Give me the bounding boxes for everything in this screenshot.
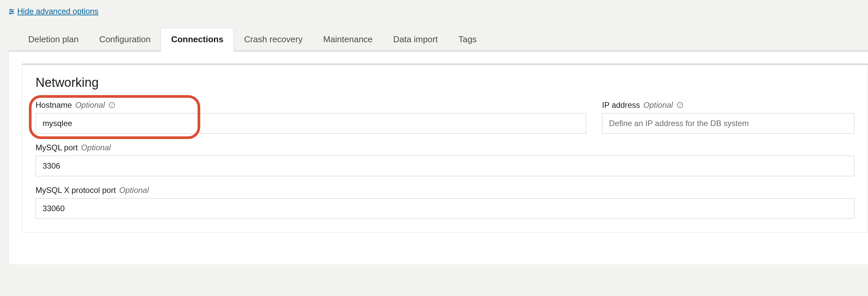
tab-data-import[interactable]: Data import [383, 28, 448, 51]
hostname-optional: Optional [75, 101, 104, 110]
hostname-input[interactable] [35, 113, 586, 134]
mysql-x-port-input[interactable] [35, 198, 855, 219]
advanced-options-toggle[interactable]: Hide advanced options [8, 7, 868, 16]
mysql-x-port-field-group: MySQL X protocol port Optional [35, 186, 855, 219]
svg-point-1 [10, 9, 11, 11]
mysql-port-optional: Optional [81, 143, 111, 152]
hostname-field-group: Hostname Optional i [35, 101, 586, 134]
tab-configuration[interactable]: Configuration [89, 28, 161, 51]
info-icon[interactable]: i [108, 102, 116, 109]
section-title: Networking [35, 76, 855, 90]
ip-field-group: IP address Optional i [602, 101, 855, 134]
tab-deletion-plan[interactable]: Deletion plan [18, 28, 89, 51]
mysql-port-field-group: MySQL port Optional [35, 143, 855, 176]
svg-point-5 [10, 13, 11, 14]
tab-maintenance[interactable]: Maintenance [313, 28, 383, 51]
svg-text:i: i [679, 103, 680, 107]
tab-tags[interactable]: Tags [448, 28, 487, 51]
connections-panel: Networking Hostname Optional i [8, 52, 868, 264]
info-icon[interactable]: i [676, 102, 684, 109]
mysql-x-port-label: MySQL X protocol port [35, 186, 116, 195]
ip-label: IP address [602, 101, 640, 110]
tab-connections[interactable]: Connections [161, 28, 234, 52]
ip-optional: Optional [643, 101, 673, 110]
mysql-port-label: MySQL port [35, 143, 78, 152]
hostname-label: Hostname [35, 101, 72, 110]
hide-advanced-options-link[interactable]: Hide advanced options [17, 7, 98, 16]
sliders-icon [8, 8, 14, 15]
svg-point-3 [12, 11, 13, 12]
mysql-port-input[interactable] [35, 156, 855, 176]
tab-crash-recovery[interactable]: Crash recovery [234, 28, 313, 51]
networking-section: Networking Hostname Optional i [22, 63, 868, 233]
tabs-bar: Deletion plan Configuration Connections … [8, 28, 868, 52]
svg-text:i: i [111, 103, 112, 107]
ip-address-input[interactable] [602, 113, 855, 134]
mysql-x-port-optional: Optional [119, 186, 149, 195]
